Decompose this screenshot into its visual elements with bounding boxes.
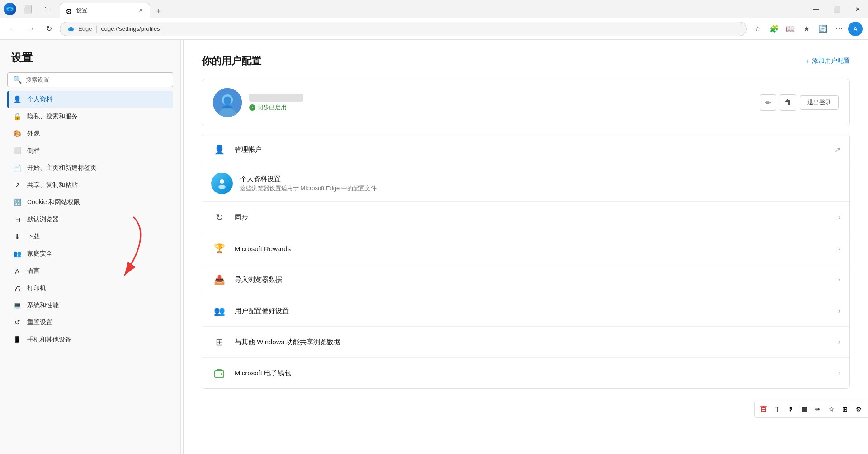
settings-item-import[interactable]: 📥 导入浏览器数据 › — [202, 264, 849, 295]
extensions-button[interactable]: 🧩 — [767, 22, 781, 36]
sidebar-item-share[interactable]: ↗ 共享、复制和粘贴 — [7, 177, 173, 194]
browser-controls: ⬜ 🗂 — [4, 2, 56, 16]
manage_account-icon: 👤 — [211, 141, 227, 158]
sidebar-item-privacy[interactable]: 🔒 隐私、搜索和服务 — [7, 108, 173, 125]
sidebar-toggle[interactable]: ⬜ — [21, 2, 34, 16]
more-tools-button[interactable]: ⋯ — [832, 22, 846, 36]
delete-profile-button[interactable]: 🗑 — [780, 94, 796, 111]
svg-point-9 — [220, 179, 224, 184]
address-field[interactable]: Edge | edge://settings/profiles — [60, 22, 747, 36]
baidu-icon[interactable]: 百 — [757, 403, 770, 416]
main-content: 设置 🔍 👤 个人资料 🔒 隐私、搜索和服务 🎨 外观 ⬜ 侧栏 📄 开始、主页… — [0, 40, 868, 454]
manage_account-text: 管理帐户 — [235, 145, 827, 154]
tab-icon: ⚙ — [66, 7, 73, 14]
settings-item-user_prefs[interactable]: 👥 用户配置偏好设置 › — [202, 295, 849, 327]
settings-gear[interactable]: ⚙ — [852, 403, 865, 416]
system-icon: 💻 — [13, 301, 22, 310]
tab-view-toggle[interactable]: 🗂 — [41, 2, 54, 16]
user-profile-button[interactable]: A — [848, 22, 863, 36]
sidebar-item-family[interactable]: 👥 家庭安全 — [7, 245, 173, 262]
rewards-icon: 🏆 — [211, 240, 227, 257]
active-tab[interactable]: ⚙ 设置 ✕ — [60, 3, 150, 18]
sidebar-label-printer: 打印机 — [27, 284, 46, 292]
sidebar-item-cookies[interactable]: 🔢 Cookie 和网站权限 — [7, 194, 173, 211]
logout-button[interactable]: 退出登录 — [800, 95, 839, 110]
sidebar-item-default_browser[interactable]: 🖥 默认浏览器 — [7, 211, 173, 228]
sync-indicator — [249, 104, 255, 111]
printer-icon: 🖨 — [13, 284, 22, 293]
forward-button[interactable]: → — [24, 22, 38, 36]
sidebar-icon: ⬜ — [13, 146, 22, 155]
bookmark-button[interactable]: ☆ — [750, 22, 765, 36]
settings-item-sync[interactable]: ↻ 同步 › — [202, 202, 849, 233]
content-header: 你的用户配置 + 添加用户配置 — [202, 54, 850, 68]
close-button[interactable]: ✕ — [847, 0, 868, 18]
sync-icon: ↻ — [211, 209, 227, 225]
ms_wallet-text: Microsoft 电子钱包 — [235, 369, 831, 378]
new-tab-button[interactable]: + — [152, 5, 165, 18]
sidebar-item-language[interactable]: A 语言 — [7, 262, 173, 280]
table-button[interactable]: ▦ — [798, 403, 811, 416]
sidebar-label-cookies: Cookie 和网站权限 — [27, 198, 80, 206]
svg-point-3 — [69, 27, 73, 31]
sidebar-item-system[interactable]: 💻 系统和性能 — [7, 297, 173, 314]
import-title: 导入浏览器数据 — [235, 276, 831, 284]
external-link-icon: ↗ — [835, 145, 840, 154]
plus-icon: + — [806, 57, 809, 65]
sidebar-label-downloads: 下载 — [27, 233, 40, 241]
settings-item-rewards[interactable]: 🏆 Microsoft Rewards › — [202, 233, 849, 264]
edit-profile-button[interactable]: ✏ — [760, 94, 776, 111]
minimize-button[interactable]: — — [806, 0, 826, 18]
rewards-text: Microsoft Rewards — [235, 245, 831, 253]
sidebar-item-reset[interactable]: ↺ 重置设置 — [7, 314, 173, 331]
windows_share-icon: ⊞ — [211, 334, 227, 350]
star-button[interactable]: ☆ — [825, 403, 838, 416]
profile-sync-status: 同步已启用 — [249, 103, 753, 112]
windows_share-text: 与其他 Windows 功能共享浏览数据 — [235, 338, 831, 346]
sidebar-label-default_browser: 默认浏览器 — [27, 215, 59, 224]
tab-close-button[interactable]: ✕ — [137, 7, 144, 14]
sidebar-label-reset: 重置设置 — [27, 318, 52, 327]
title-bar: ⬜ 🗂 ⚙ 设置 ✕ + — ⬜ ✕ — [0, 0, 868, 18]
content-title: 你的用户配置 — [202, 54, 261, 68]
window-controls: — ⬜ ✕ — [806, 0, 868, 18]
sidebar-label-language: 语言 — [27, 267, 40, 275]
sidebar-item-newtab[interactable]: 📄 开始、主页和新建标签页 — [7, 159, 173, 177]
address-bar: ← → ↻ Edge | edge://settings/profiles ☆ … — [0, 18, 868, 40]
reset-icon: ↺ — [13, 318, 22, 327]
settings-item-windows_share[interactable]: ⊞ 与其他 Windows 功能共享浏览数据 › — [202, 327, 849, 358]
settings-content: 你的用户配置 + 添加用户配置 👤 — [184, 40, 868, 454]
grid-button[interactable]: ⊞ — [839, 403, 851, 416]
sync-title: 同步 — [235, 213, 831, 222]
profile-info: 同步已启用 — [249, 94, 753, 112]
sidebar-label-appearance: 外观 — [27, 130, 40, 138]
sidebar-item-sidebar[interactable]: ⬜ 侧栏 — [7, 142, 173, 159]
maximize-button[interactable]: ⬜ — [826, 0, 847, 18]
profile_settings-subtitle: 这些浏览器设置适用于 Microsoft Edge 中的配置文件 — [240, 184, 840, 192]
settings-search-input[interactable] — [26, 76, 167, 83]
sidebar-item-profile[interactable]: 👤 个人资料 — [7, 91, 173, 108]
voice-button[interactable]: 🎙 — [784, 403, 797, 416]
translate-button[interactable]: T — [771, 403, 783, 416]
settings-item-ms_wallet[interactable]: Microsoft 电子钱包 › — [202, 358, 849, 388]
ms_wallet-title: Microsoft 电子钱包 — [235, 369, 831, 378]
reload-button[interactable]: ↻ — [42, 22, 56, 36]
add-profile-button[interactable]: + 添加用户配置 — [806, 57, 850, 65]
favorites-button[interactable]: ★ — [799, 22, 814, 36]
family-icon: 👥 — [13, 249, 22, 258]
back-button[interactable]: ← — [5, 22, 20, 36]
settings-nav: 设置 🔍 👤 个人资料 🔒 隐私、搜索和服务 🎨 外观 ⬜ 侧栏 📄 开始、主页… — [0, 40, 181, 454]
sidebar-item-mobile[interactable]: 📱 手机和其他设备 — [7, 331, 173, 348]
sidebar-item-printer[interactable]: 🖨 打印机 — [7, 280, 173, 297]
sidebar-item-downloads[interactable]: ⬇ 下载 — [7, 228, 173, 245]
address-actions: ☆ 🧩 📖 ★ 🔄 ⋯ A — [750, 22, 863, 36]
settings-item-manage_account[interactable]: 👤 管理帐户 ↗ — [202, 134, 849, 165]
reading-view-button[interactable]: 📖 — [783, 22, 797, 36]
settings-search-box[interactable]: 🔍 — [7, 72, 173, 87]
profile-sync-button[interactable]: 🔄 — [816, 22, 830, 36]
sidebar-item-appearance[interactable]: 🎨 外观 — [7, 125, 173, 142]
settings-item-profile_settings[interactable]: 个人资料设置 这些浏览器设置适用于 Microsoft Edge 中的配置文件 — [202, 165, 849, 202]
sidebar-label-share: 共享、复制和粘贴 — [27, 181, 78, 189]
edit-button[interactable]: ✏ — [811, 403, 824, 416]
sync-text: 同步 — [235, 213, 831, 222]
